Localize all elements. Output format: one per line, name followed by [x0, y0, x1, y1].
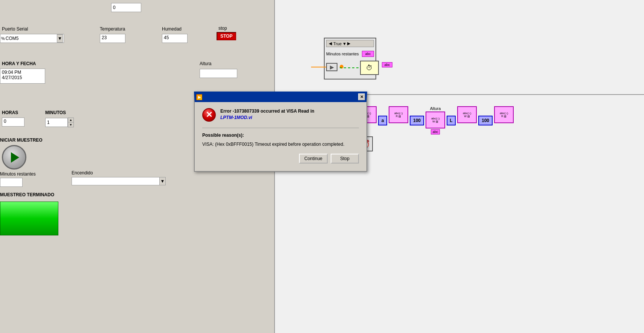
dialog-close-button[interactable]: ✕: [358, 93, 365, 100]
dialog-titlebar: ▶ ✕: [195, 92, 366, 102]
stop-button-dialog[interactable]: Stop: [331, 154, 359, 163]
error-text-block: Error -1073807339 occurred at VISA Read …: [220, 108, 314, 121]
error-line1: Error -1073807339 occurred at VISA Read …: [220, 108, 314, 114]
dialog-separator: [202, 128, 359, 128]
continue-button[interactable]: Continue: [299, 154, 328, 163]
error-icon: ✕: [202, 108, 216, 122]
possible-reasons-label: Possible reason(s):: [202, 133, 359, 138]
dialog-error-row: ✕ Error -1073807339 occurred at VISA Rea…: [202, 108, 359, 122]
dialog-buttons: Continue Stop: [202, 154, 359, 163]
reason-text: VISA: (Hex 0xBFFF0015) Timeout expired b…: [202, 141, 359, 148]
error-line2: LPTM-1MOD.vi: [220, 115, 252, 120]
dialog-overlay: ▶ ✕ ✕ Error -1073807339 occurred at VISA…: [0, 0, 644, 333]
dialog-body: ✕ Error -1073807339 occurred at VISA Rea…: [195, 102, 366, 171]
dialog-title-icon: ▶: [196, 94, 202, 100]
error-dialog: ▶ ✕ ✕ Error -1073807339 occurred at VISA…: [194, 92, 367, 172]
